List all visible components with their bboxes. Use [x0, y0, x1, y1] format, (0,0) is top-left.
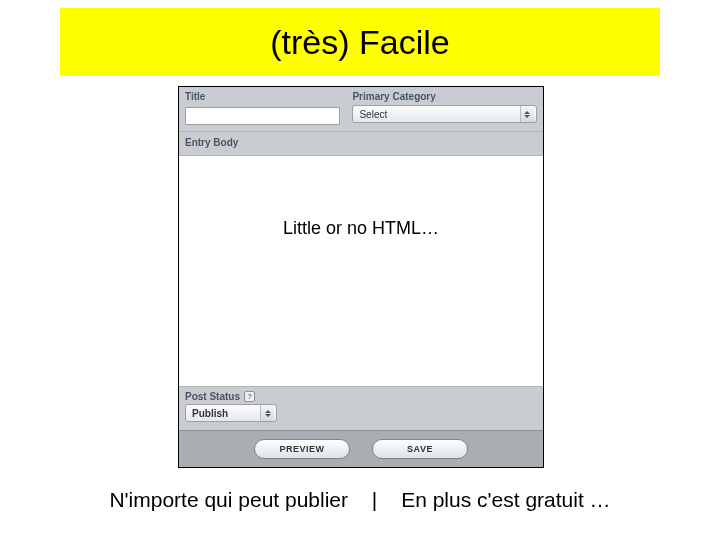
category-select-wrap: Select [352, 105, 537, 123]
save-button-label: SAVE [407, 444, 433, 454]
category-select[interactable]: Select [352, 105, 537, 123]
post-status-select-row: Publish [179, 404, 543, 430]
footer-separator: | [372, 488, 377, 512]
stepper-arrows-icon [520, 106, 534, 122]
footer-left: N'importe qui peut publier [109, 488, 348, 511]
top-field-row: Title Primary Category Select [179, 87, 543, 132]
entry-body-label: Entry Body [185, 137, 537, 148]
preview-button[interactable]: PREVIEW [254, 439, 350, 459]
category-field-group: Primary Category Select [346, 87, 543, 131]
slide-title-banner: (très) Facile [60, 8, 660, 76]
category-selected-value: Select [359, 109, 387, 120]
slide-title: (très) Facile [270, 23, 449, 62]
footer-right: En plus c'est gratuit … [401, 488, 610, 511]
help-icon[interactable]: ? [244, 391, 255, 402]
title-field-group: Title [179, 87, 346, 131]
post-status-row: Post Status ? [179, 387, 543, 404]
category-label: Primary Category [352, 91, 537, 102]
footer-line: N'importe qui peut publier | En plus c'e… [0, 488, 720, 512]
title-label: Title [185, 91, 340, 102]
overlay-caption: Little or no HTML… [179, 218, 543, 239]
post-status-select[interactable]: Publish [185, 404, 277, 422]
post-status-value: Publish [192, 408, 228, 419]
post-status-label: Post Status [185, 391, 240, 402]
entry-body-label-row: Entry Body [179, 132, 543, 156]
editor-button-bar: PREVIEW SAVE [179, 430, 543, 467]
stepper-arrows-icon [260, 405, 274, 421]
entry-body-textarea[interactable]: Little or no HTML… [179, 156, 543, 388]
blog-editor-panel: Title Primary Category Select Entry Body… [178, 86, 544, 468]
save-button[interactable]: SAVE [372, 439, 468, 459]
preview-button-label: PREVIEW [279, 444, 324, 454]
title-input[interactable] [185, 107, 340, 125]
